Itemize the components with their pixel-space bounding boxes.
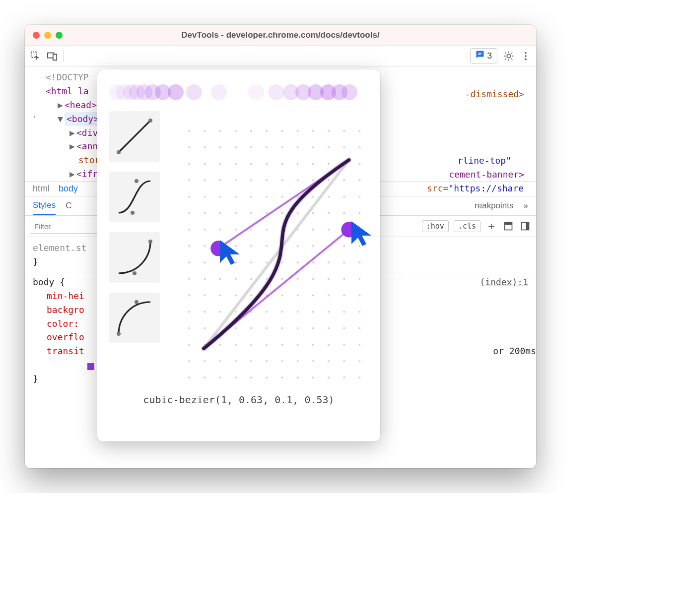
svg-point-155	[219, 311, 221, 313]
svg-point-80	[359, 196, 361, 198]
svg-point-123	[281, 261, 283, 263]
issues-counter[interactable]: 3	[470, 48, 497, 63]
svg-point-151	[343, 295, 345, 297]
svg-point-163	[343, 311, 345, 313]
attr-dismissed: -dismissed>	[465, 87, 524, 101]
svg-point-33	[188, 146, 190, 148]
svg-point-128	[359, 261, 361, 263]
cls-toggle[interactable]: .cls	[454, 220, 480, 232]
bezier-handle-p2[interactable]	[210, 241, 226, 256]
easing-swatch-icon[interactable]	[87, 363, 94, 370]
tab-styles[interactable]: Styles	[33, 196, 56, 215]
device-toolbar-icon[interactable]	[47, 51, 58, 62]
preset-ease-out[interactable]	[109, 293, 160, 343]
svg-point-108	[235, 245, 237, 247]
svg-point-149	[312, 295, 314, 297]
svg-point-120	[235, 261, 237, 263]
settings-gear-icon[interactable]	[503, 51, 514, 62]
attr-cement-banner: cement-banner>	[449, 168, 524, 182]
svg-point-132	[235, 278, 237, 280]
devtools-window: DevTools - developer.chrome.com/docs/dev…	[25, 25, 536, 468]
svg-point-45	[188, 163, 190, 165]
svg-point-98	[266, 229, 268, 231]
svg-point-200	[359, 360, 361, 362]
svg-point-207	[281, 376, 283, 378]
preset-ease-in-out[interactable]	[109, 172, 160, 222]
preset-linear[interactable]	[109, 111, 160, 162]
svg-point-72	[235, 196, 237, 198]
svg-point-144	[235, 295, 237, 297]
svg-point-92	[359, 212, 361, 214]
rule-source-link[interactable]: (index):1	[480, 275, 528, 289]
svg-point-75	[281, 196, 283, 198]
svg-point-86	[266, 212, 268, 214]
hov-toggle[interactable]: :hov	[422, 220, 449, 232]
svg-point-20	[135, 300, 138, 304]
svg-point-112	[297, 245, 299, 247]
minimize-window-icon[interactable]	[44, 32, 51, 39]
attr-rline-top: rline-top"	[458, 154, 511, 168]
tabs-overflow-icon[interactable]: »	[524, 201, 528, 211]
svg-point-85	[250, 212, 252, 214]
svg-point-202	[204, 376, 206, 378]
svg-point-51	[281, 163, 283, 165]
crumb-html[interactable]: html	[33, 184, 50, 194]
svg-point-130	[204, 278, 206, 280]
svg-point-186	[328, 344, 330, 346]
attr-src: src="https://share	[427, 182, 536, 195]
tab-computed-initial[interactable]: C	[66, 201, 71, 211]
svg-point-201	[188, 376, 190, 378]
issues-count: 3	[487, 51, 492, 61]
svg-point-198	[328, 360, 330, 362]
svg-point-113	[312, 245, 314, 247]
svg-point-212	[359, 376, 361, 378]
bezier-handle-p1[interactable]	[341, 222, 356, 237]
svg-point-61	[250, 180, 252, 182]
more-options-icon[interactable]	[520, 51, 531, 62]
svg-point-84	[235, 212, 237, 214]
crumb-body[interactable]: body	[59, 184, 78, 194]
svg-point-28	[297, 130, 299, 132]
svg-point-189	[188, 360, 190, 362]
svg-point-50	[266, 163, 268, 165]
svg-point-60	[235, 180, 237, 182]
svg-point-74	[266, 196, 268, 198]
new-style-rule-icon[interactable]: ＋	[485, 220, 497, 232]
svg-point-68	[359, 180, 361, 182]
svg-point-193	[250, 360, 252, 362]
svg-point-170	[266, 327, 268, 329]
bezier-value-label: cubic-bezier(1, 0.63, 0.1, 0.53)	[109, 394, 368, 406]
svg-point-197	[312, 360, 314, 362]
close-window-icon[interactable]	[33, 32, 40, 39]
cubic-bezier-editor[interactable]: cubic-bezier(1, 0.63, 0.1, 0.53)	[97, 69, 380, 441]
bezier-curve-editor[interactable]	[175, 108, 368, 386]
svg-point-152	[359, 295, 361, 297]
svg-point-83	[219, 212, 221, 214]
svg-point-125	[312, 261, 314, 263]
svg-point-89	[312, 212, 314, 214]
svg-point-78	[328, 196, 330, 198]
computed-styles-icon[interactable]	[502, 220, 514, 232]
zoom-window-icon[interactable]	[56, 32, 63, 39]
svg-point-171	[281, 327, 283, 329]
tab-dom-breakpoints-tail[interactable]: reakpoints	[475, 201, 513, 211]
inspect-element-icon[interactable]	[30, 51, 41, 62]
svg-rect-4	[478, 54, 480, 55]
toggle-sidebar-icon[interactable]	[519, 220, 531, 232]
svg-point-82	[204, 212, 206, 214]
svg-point-37	[250, 146, 252, 148]
svg-point-136	[297, 278, 299, 280]
svg-point-150	[328, 295, 330, 297]
preset-ease-in[interactable]	[109, 232, 160, 283]
svg-point-147	[281, 295, 283, 297]
svg-point-32	[359, 130, 361, 132]
svg-point-175	[343, 327, 345, 329]
svg-point-166	[204, 327, 206, 329]
svg-point-141	[188, 295, 190, 297]
svg-point-49	[250, 163, 252, 165]
svg-point-73	[250, 196, 252, 198]
svg-point-131	[219, 278, 221, 280]
svg-point-191	[219, 360, 221, 362]
svg-point-138	[328, 278, 330, 280]
svg-point-62	[266, 180, 268, 182]
